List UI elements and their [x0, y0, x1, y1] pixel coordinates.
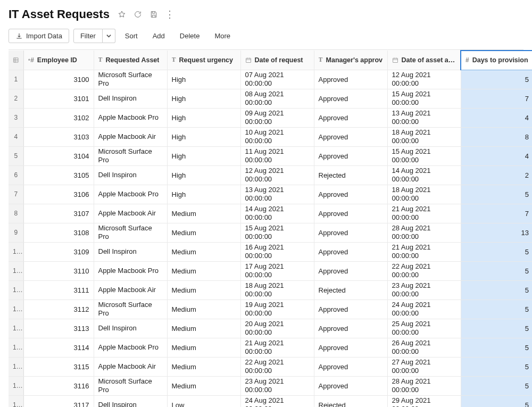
- cell-employee-id[interactable]: 3108: [23, 223, 94, 242]
- cell-date-of-allocation[interactable]: 21 Aug 202100:00:00: [387, 242, 461, 261]
- cell-days-to-provision[interactable]: 5: [461, 357, 532, 376]
- cell-manager-approval[interactable]: Approved: [314, 242, 387, 261]
- cell-days-to-provision[interactable]: 4: [461, 146, 532, 165]
- cell-request-urgency[interactable]: Low: [167, 395, 240, 407]
- row-number[interactable]: 10: [9, 242, 23, 261]
- cell-manager-approval[interactable]: Approved: [314, 261, 387, 280]
- cell-employee-id[interactable]: 3113: [23, 319, 94, 338]
- cell-requested-asset[interactable]: Dell Inspiron: [94, 165, 167, 185]
- cell-employee-id[interactable]: 3102: [23, 108, 94, 127]
- cell-requested-asset[interactable]: Apple Macbook Air: [94, 280, 167, 300]
- cell-date-of-request[interactable]: 23 Aug 202100:00:00: [240, 376, 314, 395]
- cell-days-to-provision[interactable]: 4: [461, 108, 532, 127]
- cell-days-to-provision[interactable]: 5: [461, 280, 532, 300]
- cell-date-of-allocation[interactable]: 29 Aug 202100:00:00: [387, 395, 461, 407]
- cell-date-of-allocation[interactable]: 15 Aug 202100:00:00: [387, 146, 461, 165]
- add-button[interactable]: Add: [147, 29, 170, 43]
- cell-date-of-request[interactable]: 12 Aug 202100:00:00: [240, 165, 314, 185]
- cell-employee-id[interactable]: 3105: [23, 165, 94, 185]
- cell-request-urgency[interactable]: Medium: [167, 204, 240, 223]
- cell-request-urgency[interactable]: High: [167, 108, 240, 127]
- cell-manager-approval[interactable]: Approved: [314, 319, 387, 338]
- cell-date-of-request[interactable]: 20 Aug 202100:00:00: [240, 319, 314, 338]
- row-number[interactable]: 15: [9, 338, 23, 357]
- cell-days-to-provision[interactable]: 5: [461, 261, 532, 280]
- cell-requested-asset[interactable]: Microsoft Surface Pro: [94, 146, 167, 165]
- cell-date-of-allocation[interactable]: 22 Aug 202100:00:00: [387, 261, 461, 280]
- row-number-header[interactable]: [9, 51, 23, 70]
- cell-date-of-request[interactable]: 24 Aug 202100:00:00: [240, 395, 314, 407]
- cell-date-of-allocation[interactable]: 25 Aug 202100:00:00: [387, 319, 461, 338]
- cell-days-to-provision[interactable]: 7: [461, 204, 532, 223]
- cell-date-of-request[interactable]: 14 Aug 202100:00:00: [240, 204, 314, 223]
- table-row[interactable]: 53104Microsoft Surface ProHigh11 Aug 202…: [9, 146, 532, 165]
- cell-request-urgency[interactable]: Medium: [167, 223, 240, 242]
- cell-date-of-request[interactable]: 07 Aug 202100:00:00: [240, 70, 314, 89]
- cell-request-urgency[interactable]: Medium: [167, 357, 240, 376]
- cell-manager-approval[interactable]: Rejected: [314, 280, 387, 300]
- cell-requested-asset[interactable]: Apple Macbook Pro: [94, 261, 167, 280]
- row-number[interactable]: 11: [9, 261, 23, 280]
- cell-employee-id[interactable]: 3107: [23, 204, 94, 223]
- cell-requested-asset[interactable]: Apple Macbook Pro: [94, 185, 167, 204]
- row-number[interactable]: 17: [9, 376, 23, 395]
- cell-manager-approval[interactable]: Rejected: [314, 395, 387, 407]
- cell-request-urgency[interactable]: Medium: [167, 280, 240, 300]
- star-icon[interactable]: [117, 10, 127, 19]
- refresh-icon[interactable]: [133, 10, 143, 19]
- col-header-date-of-request[interactable]: Date of request: [240, 51, 314, 70]
- row-number[interactable]: 8: [9, 204, 23, 223]
- cell-manager-approval[interactable]: Approved: [314, 300, 387, 319]
- table-row[interactable]: 163115Apple Macbook AirMedium22 Aug 2021…: [9, 357, 532, 376]
- cell-date-of-allocation[interactable]: 12 Aug 202100:00:00: [387, 70, 461, 89]
- col-header-employee-id[interactable]: +#Employee ID: [23, 51, 94, 70]
- cell-requested-asset[interactable]: Microsoft Surface Pro: [94, 70, 167, 89]
- row-number[interactable]: 18: [9, 395, 23, 407]
- table-row[interactable]: 33102Apple Macbook ProHigh09 Aug 202100:…: [9, 108, 532, 127]
- filter-dropdown-caret[interactable]: [103, 29, 115, 43]
- row-number[interactable]: 12: [9, 280, 23, 300]
- cell-request-urgency[interactable]: High: [167, 185, 240, 204]
- table-row[interactable]: 153114Apple Macbook ProMedium21 Aug 2021…: [9, 338, 532, 357]
- row-number[interactable]: 13: [9, 300, 23, 319]
- row-number[interactable]: 14: [9, 319, 23, 338]
- cell-requested-asset[interactable]: Microsoft Surface Pro: [94, 300, 167, 319]
- cell-date-of-allocation[interactable]: 26 Aug 202100:00:00: [387, 338, 461, 357]
- cell-employee-id[interactable]: 3106: [23, 185, 94, 204]
- cell-date-of-allocation[interactable]: 18 Aug 202100:00:00: [387, 127, 461, 146]
- cell-manager-approval[interactable]: Approved: [314, 338, 387, 357]
- cell-date-of-request[interactable]: 18 Aug 202100:00:00: [240, 280, 314, 300]
- cell-requested-asset[interactable]: Microsoft Surface Pro: [94, 223, 167, 242]
- row-number[interactable]: 2: [9, 89, 23, 108]
- cell-date-of-allocation[interactable]: 21 Aug 202100:00:00: [387, 204, 461, 223]
- cell-manager-approval[interactable]: Approved: [314, 127, 387, 146]
- cell-request-urgency[interactable]: Medium: [167, 338, 240, 357]
- table-row[interactable]: 23101Dell InspironHigh08 Aug 202100:00:0…: [9, 89, 532, 108]
- kebab-menu-icon[interactable]: ⋮: [165, 10, 174, 19]
- table-row[interactable]: 93108Microsoft Surface ProMedium15 Aug 2…: [9, 223, 532, 242]
- row-number[interactable]: 5: [9, 146, 23, 165]
- table-row[interactable]: 183117Dell InspironLow24 Aug 202100:00:0…: [9, 395, 532, 407]
- cell-employee-id[interactable]: 3112: [23, 300, 94, 319]
- cell-days-to-provision[interactable]: 5: [461, 376, 532, 395]
- cell-requested-asset[interactable]: Apple Macbook Air: [94, 127, 167, 146]
- cell-manager-approval[interactable]: Approved: [314, 89, 387, 108]
- cell-employee-id[interactable]: 3100: [23, 70, 94, 89]
- cell-date-of-allocation[interactable]: 24 Aug 202100:00:00: [387, 300, 461, 319]
- cell-date-of-allocation[interactable]: 23 Aug 202100:00:00: [387, 280, 461, 300]
- cell-days-to-provision[interactable]: 5: [461, 185, 532, 204]
- cell-days-to-provision[interactable]: 5: [461, 300, 532, 319]
- cell-manager-approval[interactable]: Approved: [314, 204, 387, 223]
- row-number[interactable]: 16: [9, 357, 23, 376]
- cell-requested-asset[interactable]: Dell Inspiron: [94, 319, 167, 338]
- col-header-days-to-provision[interactable]: #Days to provision: [461, 51, 532, 70]
- cell-date-of-allocation[interactable]: 14 Aug 202100:00:00: [387, 165, 461, 185]
- filter-button[interactable]: Filter: [73, 29, 103, 43]
- cell-date-of-allocation[interactable]: 27 Aug 202100:00:00: [387, 357, 461, 376]
- cell-date-of-allocation[interactable]: 18 Aug 202100:00:00: [387, 185, 461, 204]
- cell-request-urgency[interactable]: High: [167, 89, 240, 108]
- cell-manager-approval[interactable]: Approved: [314, 185, 387, 204]
- cell-manager-approval[interactable]: Approved: [314, 357, 387, 376]
- row-number[interactable]: 4: [9, 127, 23, 146]
- cell-employee-id[interactable]: 3117: [23, 395, 94, 407]
